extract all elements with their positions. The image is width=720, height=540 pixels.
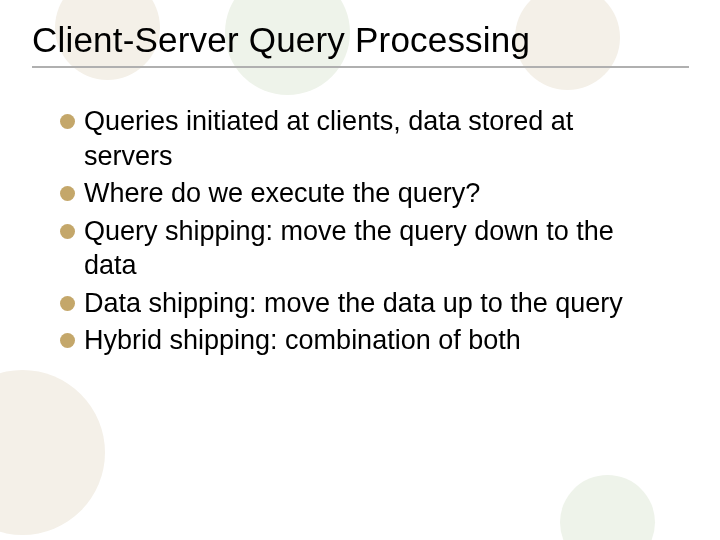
list-item: Queries initiated at clients, data store… [60, 104, 690, 173]
list-item: Hybrid shipping: combination of both [60, 323, 690, 358]
slide-content: Client-Server Query Processing Queries i… [0, 0, 720, 381]
bullet-icon [60, 224, 75, 239]
list-item: Query shipping: move the query down to t… [60, 214, 690, 283]
bullet-text: Query shipping: move the query down to t… [84, 214, 664, 283]
bullet-icon [60, 333, 75, 348]
decor-circle [560, 475, 655, 540]
list-item: Where do we execute the query? [60, 176, 690, 211]
bullet-text: Where do we execute the query? [84, 176, 480, 211]
bullet-icon [60, 186, 75, 201]
bullet-text: Queries initiated at clients, data store… [84, 104, 664, 173]
decor-circle [0, 370, 105, 535]
bullet-text: Data shipping: move the data up to the q… [84, 286, 623, 321]
bullet-text: Hybrid shipping: combination of both [84, 323, 521, 358]
title-underline [32, 66, 689, 68]
list-item: Data shipping: move the data up to the q… [60, 286, 690, 321]
slide-title: Client-Server Query Processing [32, 20, 690, 60]
bullet-icon [60, 114, 75, 129]
bullet-list: Queries initiated at clients, data store… [32, 104, 690, 358]
bullet-icon [60, 296, 75, 311]
